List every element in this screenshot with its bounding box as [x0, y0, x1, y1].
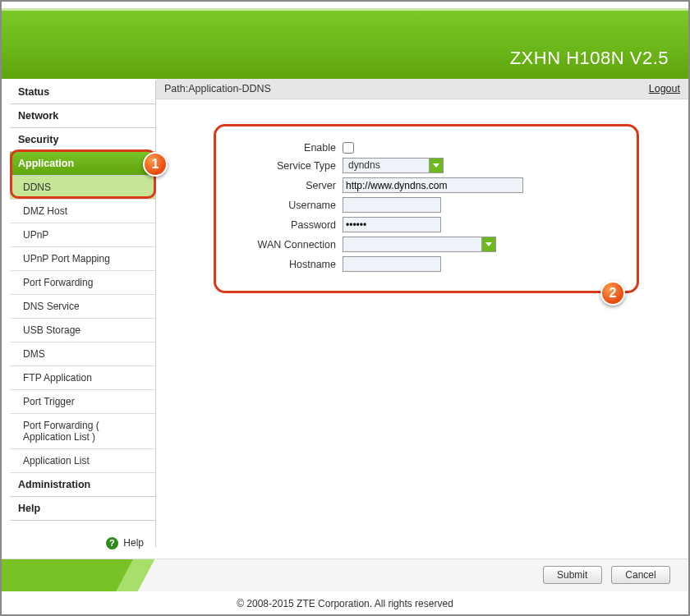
- ddns-form-panel: Enable Service Type dyndns Server Userna…: [214, 124, 639, 293]
- sidebar-item-administration[interactable]: Administration: [10, 473, 155, 497]
- footer-bar: Submit Cancel: [2, 559, 688, 591]
- password-input[interactable]: [343, 217, 441, 232]
- help-icon[interactable]: ?: [106, 537, 118, 549]
- label-enable: Enable: [236, 142, 343, 154]
- annotation-badge-1: 1: [143, 152, 168, 177]
- product-title: ZXHN H108N V2.5: [510, 48, 669, 69]
- username-input[interactable]: [343, 197, 441, 213]
- submit-button[interactable]: Submit: [543, 566, 602, 584]
- sidebar-sub-dms[interactable]: DMS: [10, 342, 155, 366]
- sidebar-sub-upnp-port-mapping[interactable]: UPnP Port Mapping: [10, 247, 155, 271]
- label-password: Password: [236, 219, 343, 231]
- sidebar-item-network[interactable]: Network: [10, 104, 155, 128]
- service-type-value: dyndns: [343, 159, 429, 172]
- service-type-select[interactable]: dyndns: [343, 158, 444, 173]
- help-link[interactable]: Help: [123, 537, 144, 549]
- cancel-button[interactable]: Cancel: [611, 566, 670, 584]
- sidebar-item-security[interactable]: Security: [10, 128, 155, 152]
- sidebar-sub-usb-storage[interactable]: USB Storage: [10, 319, 155, 342]
- server-input[interactable]: [343, 177, 523, 193]
- wan-connection-value: [343, 237, 481, 251]
- sidebar-sub-dmz-host[interactable]: DMZ Host: [10, 200, 155, 223]
- sidebar-sub-ddns[interactable]: DDNS: [10, 176, 155, 200]
- sidebar-item-help[interactable]: Help: [10, 497, 155, 521]
- label-server: Server: [236, 180, 343, 191]
- enable-checkbox[interactable]: [343, 142, 354, 154]
- header-band: ZXHN H108N V2.5: [2, 8, 688, 79]
- breadcrumb: Path:Application-DDNS: [164, 83, 271, 94]
- sidebar-sub-dns-service[interactable]: DNS Service: [10, 295, 155, 319]
- sidebar-sub-port-trigger[interactable]: Port Trigger: [10, 390, 155, 414]
- sidebar-sub-application-list[interactable]: Application List: [10, 449, 155, 473]
- label-wan: WAN Connection: [236, 239, 343, 251]
- label-hostname: Hostname: [236, 259, 343, 270]
- chevron-down-icon[interactable]: [429, 159, 443, 172]
- sidebar-sub-port-forwarding-app-list[interactable]: Port Forwarding ( Application List ): [10, 414, 155, 449]
- chevron-down-icon[interactable]: [481, 237, 495, 251]
- sidebar-item-application[interactable]: Application: [10, 152, 155, 176]
- footer-stripe-decoration: [2, 559, 215, 591]
- logout-link[interactable]: Logout: [649, 83, 680, 94]
- wan-connection-select[interactable]: [343, 237, 496, 252]
- hostname-input[interactable]: [343, 256, 441, 272]
- label-service-type: Service Type: [236, 160, 343, 172]
- copyright-text: © 2008-2015 ZTE Corporation. All rights …: [2, 598, 688, 609]
- sidebar-sub-port-forwarding[interactable]: Port Forwarding: [10, 271, 155, 295]
- annotation-badge-2: 2: [600, 281, 625, 306]
- sidebar-item-status[interactable]: Status: [10, 80, 155, 104]
- sidebar-sub-upnp[interactable]: UPnP: [10, 223, 155, 247]
- sidebar-sub-ftp-application[interactable]: FTP Application: [10, 366, 155, 390]
- label-username: Username: [236, 200, 343, 211]
- sidebar: Status Network Security Application DDNS…: [10, 80, 156, 547]
